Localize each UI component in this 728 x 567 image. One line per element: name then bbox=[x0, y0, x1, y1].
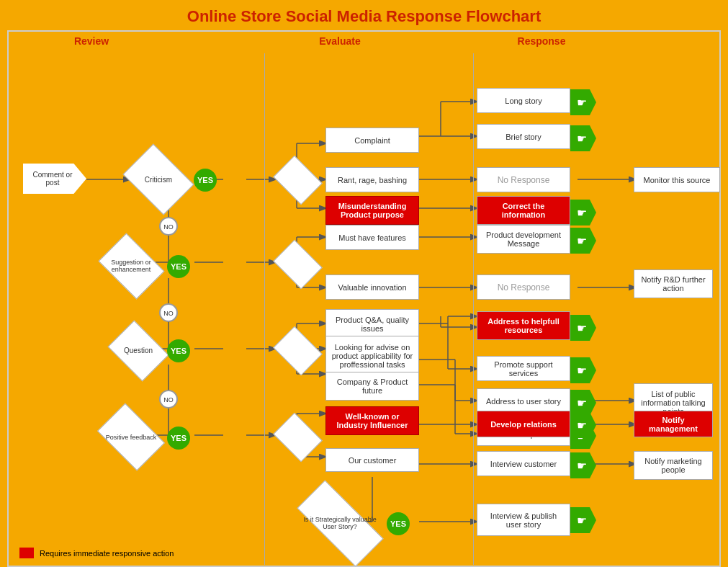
notify-rd-box: Notify R&D further action bbox=[634, 269, 713, 298]
address-user-hand[interactable]: ☛ bbox=[570, 390, 596, 416]
comment-node: Comment or post bbox=[23, 164, 86, 194]
promote-support-hand[interactable]: ☛ bbox=[570, 357, 596, 383]
divider-2 bbox=[473, 53, 474, 565]
brief-story-hand[interactable]: ☛ bbox=[570, 125, 596, 151]
complaint-box: Complaint bbox=[325, 128, 419, 153]
svg-text:NO: NO bbox=[163, 310, 174, 317]
eval-diamond3 bbox=[275, 334, 320, 367]
divider-1 bbox=[264, 53, 265, 565]
interview-customer-hand[interactable]: ☛ bbox=[570, 452, 596, 478]
no-response-1: No Response bbox=[477, 167, 570, 192]
page-title: Online Store Social Media Response Flowc… bbox=[0, 0, 728, 30]
valuable-box: Valuable innovation bbox=[325, 274, 419, 300]
our-customer-box: Our customer bbox=[325, 448, 419, 472]
suggestion-yes: YES bbox=[167, 255, 190, 278]
rant-box: Rant, rage, bashing bbox=[325, 167, 419, 192]
svg-text:NO: NO bbox=[163, 396, 174, 403]
strategically-yes: YES bbox=[387, 512, 410, 535]
question-yes: YES bbox=[167, 339, 190, 362]
criticism-wrap: Criticism bbox=[130, 161, 187, 197]
correct-info-box: Correct the information bbox=[477, 196, 570, 225]
company-future-box: Company & Product future bbox=[325, 372, 419, 401]
question-wrap: Question bbox=[109, 331, 167, 370]
col-response: Response bbox=[469, 35, 614, 47]
looking-advise-box: Looking for advise on product applicabil… bbox=[325, 336, 419, 375]
interview-customer-box: Interview customer bbox=[477, 451, 570, 476]
correct-info-hand[interactable]: ☛ bbox=[570, 200, 596, 226]
no-response-2: No Response bbox=[477, 274, 570, 300]
legend: Requires immediate responsive action bbox=[19, 548, 174, 558]
positive-yes: YES bbox=[167, 427, 190, 450]
address-user-box: Address to user story bbox=[477, 388, 570, 414]
notify-management-box: Notify management bbox=[634, 411, 713, 437]
strategically-wrap: Is it Strategically valuable User Story? bbox=[293, 502, 387, 544]
eval-diamond4 bbox=[275, 421, 320, 453]
promote-support-box: Promote support services bbox=[477, 356, 570, 381]
positive-wrap: Positive feedback bbox=[99, 417, 163, 457]
monitor-source-box: Monitor this source bbox=[634, 167, 720, 192]
flowchart-container: NO NO bbox=[7, 30, 721, 567]
product-dev-hand[interactable]: ☛ bbox=[570, 228, 596, 254]
col-review: Review bbox=[45, 35, 138, 47]
eval-diamond2 bbox=[275, 248, 320, 280]
develop-relations-box: Develop relations bbox=[477, 411, 570, 437]
brief-story-box: Brief story bbox=[477, 124, 570, 149]
misunderstanding-box: Misunderstanding Product purpose bbox=[325, 196, 419, 225]
col-evaluate: Evaluate bbox=[268, 35, 412, 47]
svg-point-29 bbox=[160, 304, 177, 321]
must-have-box: Must have features bbox=[325, 225, 419, 250]
suggestion-wrap: Suggestion or enhancement bbox=[99, 245, 163, 287]
address-helpful-box: Address to helpfull resources bbox=[477, 311, 570, 340]
interview-publish-hand[interactable]: ☛ bbox=[570, 507, 596, 533]
legend-red-box bbox=[19, 548, 34, 558]
svg-point-54 bbox=[160, 390, 177, 408]
long-story-box: Long story bbox=[477, 88, 570, 113]
legend-text: Requires immediate responsive action bbox=[40, 549, 174, 558]
address-helpful-hand[interactable]: ☛ bbox=[570, 315, 596, 341]
product-qa-box: Product Q&A, quality issues bbox=[325, 309, 419, 339]
well-known-box: Well-known or Industry Influencer bbox=[325, 406, 419, 435]
notify-marketing-box: Notify marketing people bbox=[634, 451, 713, 480]
interview-publish-box: Interview & publish user story bbox=[477, 504, 570, 536]
eval-diamond1 bbox=[275, 164, 320, 196]
criticism-yes: YES bbox=[194, 169, 217, 192]
svg-text:NO: NO bbox=[163, 223, 174, 231]
product-dev-box: Product development Message bbox=[477, 225, 570, 254]
long-story-hand[interactable]: ☛ bbox=[570, 89, 596, 115]
svg-point-16 bbox=[160, 218, 177, 235]
